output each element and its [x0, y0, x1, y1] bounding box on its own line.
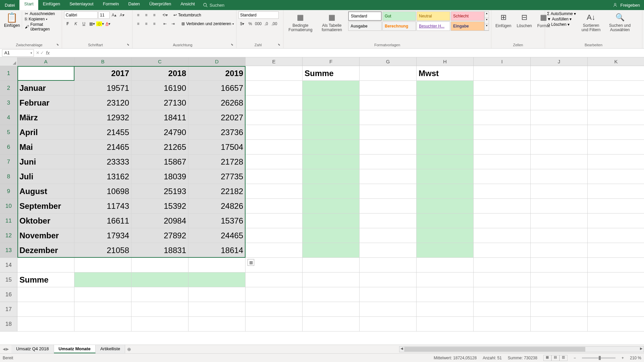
cell[interactable]	[531, 66, 588, 81]
cell[interactable]	[417, 273, 474, 287]
cell[interactable]	[246, 125, 303, 140]
cell[interactable]	[246, 317, 303, 331]
ribbon-tab-daten[interactable]: Daten	[123, 0, 145, 10]
cell[interactable]: Februar	[17, 96, 74, 110]
increase-font-button[interactable]: A▴	[110, 11, 118, 19]
style-schlecht[interactable]: Schlecht	[451, 11, 484, 21]
decrease-decimal-button[interactable]: ,00	[271, 20, 278, 27]
paste-button[interactable]: 📋 Einfügen	[2, 11, 22, 28]
cell[interactable]: 16190	[131, 81, 189, 96]
cell[interactable]: 27130	[131, 96, 189, 110]
row-header-11[interactable]: 11	[0, 214, 17, 228]
cell[interactable]	[474, 155, 531, 169]
cell[interactable]: 18831	[131, 243, 189, 258]
cell[interactable]: August	[17, 184, 74, 199]
ribbon-tab-einfügen[interactable]: Einfügen	[38, 0, 65, 10]
cell[interactable]	[360, 96, 417, 110]
cell[interactable]	[246, 273, 303, 287]
zoom-out-button[interactable]: −	[574, 356, 576, 360]
accept-formula-button[interactable]: ✓	[40, 50, 44, 55]
cell[interactable]	[588, 96, 644, 110]
view-normal-button[interactable]: ▦	[543, 355, 551, 361]
cell[interactable]	[360, 258, 417, 273]
sort-filter-button[interactable]: A↓Sortieren und Filtern	[577, 11, 605, 33]
underline-button[interactable]: U	[80, 20, 88, 27]
format-as-table-button[interactable]: ▦ Als Tabelle formatieren	[317, 11, 347, 33]
align-middle-button[interactable]: ≡	[143, 11, 150, 19]
cell[interactable]	[531, 125, 588, 140]
sheet-nav-prev[interactable]: ◀	[3, 347, 5, 351]
cell[interactable]: 20984	[131, 214, 189, 228]
style-neutral[interactable]: Neutral	[417, 11, 450, 21]
cell[interactable]: November	[17, 228, 74, 243]
cell[interactable]	[303, 140, 360, 155]
cell-styles-gallery[interactable]: Standard Gut Neutral Schlecht Ausgabe Be…	[348, 11, 484, 31]
cell[interactable]	[588, 125, 644, 140]
row-header-8[interactable]: 8	[0, 169, 17, 184]
cut-button[interactable]: ✂Ausschneiden	[25, 11, 60, 16]
cell[interactable]	[246, 199, 303, 214]
row-header-2[interactable]: 2	[0, 81, 17, 96]
cell[interactable]	[303, 184, 360, 199]
cell[interactable]	[417, 140, 474, 155]
cell[interactable]	[474, 184, 531, 199]
style-standard[interactable]: Standard	[348, 11, 382, 21]
cell[interactable]	[417, 302, 474, 317]
cell[interactable]	[189, 258, 246, 273]
cell[interactable]	[531, 81, 588, 96]
cell[interactable]	[474, 243, 531, 258]
cell[interactable]: 23333	[74, 155, 131, 169]
cell[interactable]: 23120	[74, 96, 131, 110]
cell[interactable]	[588, 155, 644, 169]
alignment-dialog-launcher[interactable]: ⬊	[231, 43, 234, 48]
cell[interactable]	[531, 96, 588, 110]
font-name-select[interactable]	[64, 11, 98, 19]
cell[interactable]	[531, 228, 588, 243]
cell[interactable]	[303, 258, 360, 273]
col-header-K[interactable]: K	[588, 57, 644, 66]
cell[interactable]	[417, 96, 474, 110]
decrease-indent-button[interactable]: ⇤	[161, 20, 169, 27]
row-header-4[interactable]: 4	[0, 110, 17, 125]
cell[interactable]	[360, 199, 417, 214]
thousands-button[interactable]: 000	[255, 20, 262, 27]
cell[interactable]: Juni	[17, 155, 74, 169]
col-header-F[interactable]: F	[303, 57, 360, 66]
share-button[interactable]: Freigeben	[620, 3, 640, 8]
cell[interactable]	[360, 155, 417, 169]
cell[interactable]	[246, 169, 303, 184]
cell[interactable]	[74, 258, 131, 273]
cell[interactable]	[246, 81, 303, 96]
cell[interactable]: April	[17, 125, 74, 140]
cell[interactable]	[588, 317, 644, 331]
cell[interactable]	[131, 317, 189, 331]
clipboard-dialog-launcher[interactable]: ⬊	[56, 43, 60, 48]
ribbon-tab-start[interactable]: Start	[19, 0, 38, 10]
cell[interactable]	[246, 66, 303, 81]
border-button[interactable]: ▦▾	[88, 20, 96, 27]
row-header-16[interactable]: 16	[0, 287, 17, 302]
cell[interactable]: 26268	[189, 96, 246, 110]
row-header-15[interactable]: 15	[0, 273, 17, 287]
row-header-6[interactable]: 6	[0, 140, 17, 155]
cell[interactable]	[588, 243, 644, 258]
style-gallery-dropdown[interactable]: ▴▾▾	[484, 11, 489, 31]
cell[interactable]	[474, 66, 531, 81]
cell[interactable]	[303, 199, 360, 214]
cell[interactable]	[360, 287, 417, 302]
cell[interactable]: 21058	[74, 243, 131, 258]
cell[interactable]	[303, 169, 360, 184]
conditional-formatting-button[interactable]: ▦ Bedingte Formatierung	[285, 11, 316, 33]
cell[interactable]: Mai	[17, 140, 74, 155]
row-header-9[interactable]: 9	[0, 184, 17, 199]
cell[interactable]	[417, 258, 474, 273]
row-header-17[interactable]: 17	[0, 302, 17, 317]
cancel-formula-button[interactable]: ✕	[36, 50, 40, 55]
cell[interactable]: 24826	[189, 199, 246, 214]
ribbon-tab-überprüfen[interactable]: Überprüfen	[145, 0, 176, 10]
cell[interactable]	[531, 302, 588, 317]
cell[interactable]	[303, 287, 360, 302]
cell[interactable]	[417, 228, 474, 243]
style-gut[interactable]: Gut	[382, 11, 416, 21]
view-page-break-button[interactable]: ▥	[559, 355, 568, 361]
